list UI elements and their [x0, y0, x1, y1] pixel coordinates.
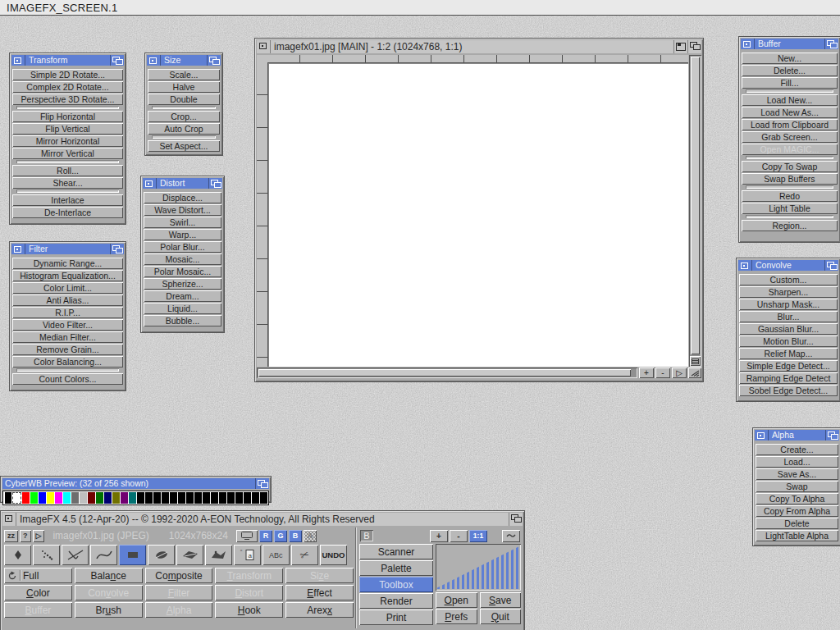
palette-swatch[interactable]	[170, 492, 177, 504]
anti-alias-button[interactable]: Anti Alias...	[12, 294, 123, 306]
de-interlace-button[interactable]: De-Interlace	[12, 207, 123, 218]
alpha-delete-button[interactable]: Delete	[756, 518, 838, 529]
tool-airbrush-icon[interactable]	[33, 545, 60, 565]
liquid-button[interactable]: Liquid...	[144, 303, 221, 314]
palette-swatch[interactable]	[5, 492, 12, 504]
effect-button[interactable]: Effect	[285, 585, 354, 600]
unsharp-mask-button[interactable]: Unsharp Mask...	[739, 299, 838, 310]
dream-button[interactable]: Dream...	[144, 290, 221, 302]
palette-swatch[interactable]	[30, 492, 38, 504]
arexx-button[interactable]: Arexx	[285, 602, 354, 618]
close-icon[interactable]	[11, 55, 25, 66]
render-button[interactable]: Render	[359, 593, 433, 609]
flip-horizontal-button[interactable]: Flip Horizontal	[12, 111, 123, 122]
tool-scissors-icon[interactable]: ✂	[291, 545, 318, 565]
median-filter-button[interactable]: Median Filter...	[12, 331, 123, 343]
warp-button[interactable]: Warp...	[144, 229, 221, 240]
simple-2d-rotate-button[interactable]: Simple 2D Rotate...	[12, 69, 123, 80]
set-aspect-button[interactable]: Set Aspect...	[148, 140, 220, 152]
palette-button[interactable]: Palette	[359, 560, 433, 576]
help-button[interactable]: ?	[20, 530, 31, 542]
polar-blur-button[interactable]: Polar Blur...	[144, 241, 221, 253]
vertical-scrollbar[interactable]	[689, 55, 701, 367]
composite-button[interactable]: Composite	[145, 568, 213, 583]
alpha-save-as-button[interactable]: Save As...	[756, 468, 838, 480]
save-button[interactable]: Save	[480, 592, 522, 608]
dynamic-range-button[interactable]: Dynamic Range...	[12, 258, 123, 269]
palette-swatch[interactable]	[88, 492, 95, 504]
copy-from-alpha-button[interactable]: Copy From Alpha	[756, 505, 838, 517]
depth-icon[interactable]	[687, 40, 701, 53]
swirl-button[interactable]: Swirl...	[144, 217, 221, 228]
swap-buffers-button[interactable]: Swap Buffers	[742, 173, 838, 185]
prefs-button[interactable]: Prefs	[436, 609, 477, 624]
depth-icon[interactable]	[110, 244, 124, 254]
palette-swatch[interactable]	[137, 492, 144, 504]
palette-swatch[interactable]	[96, 492, 103, 504]
tool-text-icon[interactable]: ABc	[262, 545, 290, 565]
tool-polygon-icon[interactable]	[176, 545, 203, 565]
alpha-load-button[interactable]: Load...	[756, 456, 838, 468]
rip-button[interactable]: R.I.P...	[12, 307, 123, 318]
horizontal-scrollbar[interactable]	[257, 368, 637, 378]
color-button[interactable]: Color	[4, 585, 72, 600]
spherize-button[interactable]: Spherize...	[144, 278, 221, 290]
depth-icon[interactable]	[255, 478, 269, 489]
simple-edge-detect-button[interactable]: Simple Edge Detect...	[739, 360, 838, 372]
print-button[interactable]: Print	[359, 609, 433, 625]
palette-swatch[interactable]	[186, 492, 194, 504]
palette-swatch[interactable]	[219, 492, 226, 504]
channel-blue-button[interactable]: B	[289, 530, 302, 542]
roll-button[interactable]: Roll...	[12, 165, 123, 176]
palette-swatch[interactable]	[121, 492, 128, 504]
zoom-gadget-icon[interactable]	[673, 40, 687, 53]
blur-button[interactable]: Blur...	[739, 311, 838, 322]
resize-handle-icon[interactable]	[688, 368, 701, 378]
alpha-swap-button[interactable]: Swap	[756, 481, 838, 492]
palette-swatch[interactable]	[145, 492, 153, 504]
complex-2d-rotate-button[interactable]: Complex 2D Rotate...	[12, 81, 123, 93]
count-colors-button[interactable]: Count Colors...	[12, 373, 123, 385]
scale-button[interactable]: Scale...	[148, 69, 220, 80]
palette-swatch[interactable]	[244, 492, 251, 504]
palette-swatch[interactable]	[235, 492, 243, 504]
wave-distort-button[interactable]: Wave Distort...	[144, 204, 221, 216]
depth-icon[interactable]	[509, 513, 523, 526]
tool-line-icon[interactable]	[62, 545, 89, 565]
perspective-3d-rotate-button[interactable]: Perspective 3D Rotate...	[12, 94, 123, 105]
new-button[interactable]: New...	[742, 52, 838, 64]
scanner-button[interactable]: Scanner	[359, 544, 433, 559]
close-icon[interactable]	[755, 430, 769, 441]
palette-swatch[interactable]	[80, 492, 87, 504]
size-titlebar[interactable]: Size	[147, 55, 221, 66]
close-icon[interactable]	[11, 244, 25, 254]
delete-button[interactable]: Delete...	[742, 65, 838, 76]
light-table-button[interactable]: Light Table	[742, 203, 838, 214]
close-icon[interactable]	[147, 55, 161, 66]
shear-button[interactable]: Shear...	[12, 177, 123, 189]
palette-swatch[interactable]	[129, 492, 136, 504]
toolbox-button[interactable]: Toolbox	[359, 577, 433, 592]
close-icon[interactable]	[2, 513, 16, 526]
palette-swatch[interactable]	[260, 492, 267, 504]
tool-ellipse-icon[interactable]	[148, 545, 175, 565]
vertical-scroll-thumb[interactable]	[691, 57, 700, 354]
alpha-titlebar[interactable]: Alpha	[755, 430, 839, 441]
palette-swatch[interactable]	[47, 492, 54, 504]
open-button[interactable]: Open	[436, 592, 477, 608]
palette-swatch[interactable]	[71, 492, 79, 504]
depth-icon[interactable]	[207, 55, 221, 66]
redo-button[interactable]: Redo	[742, 190, 838, 202]
palette-swatch[interactable]	[227, 492, 235, 504]
relief-map-button[interactable]: Relief Map...	[739, 348, 838, 359]
palette-swatch[interactable]	[55, 492, 62, 504]
depth-icon[interactable]	[824, 260, 838, 271]
alpha-create-button[interactable]: Create...	[756, 444, 838, 455]
palette-preview-titlebar[interactable]: CyberWB Preview: (32 of 256 shown)	[2, 478, 269, 489]
zoom-in-button[interactable]: +	[639, 368, 654, 378]
load-from-clipboard-button[interactable]: Load from Clipboard	[742, 119, 838, 130]
depth-icon[interactable]	[110, 55, 124, 66]
palette-swatch[interactable]	[203, 492, 210, 504]
copy-to-alpha-button[interactable]: Copy To Alpha	[756, 493, 838, 504]
palette-swatch[interactable]	[63, 492, 71, 504]
